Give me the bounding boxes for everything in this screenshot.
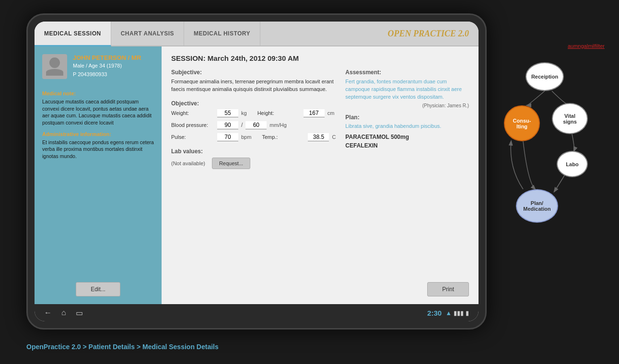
assessment-header: Assessment: xyxy=(345,69,469,76)
wifi-icon: ▲ xyxy=(445,309,452,317)
weight-row: Weight: kg Height: cm xyxy=(171,109,336,117)
recent-icon[interactable]: ▭ xyxy=(76,308,83,318)
subjective-header: Subjective: xyxy=(171,69,336,76)
temp-label: Temp.: xyxy=(262,134,305,140)
print-button[interactable]: Print xyxy=(427,282,469,296)
right-column: Assessment: Fert grandia, fontes moderan… xyxy=(345,69,469,278)
left-panel: JOHN PETERSON / MR Male / Age 34 (1978) … xyxy=(35,46,162,304)
pulse-unit: bpm xyxy=(241,134,251,140)
flow-node-labo: Labo xyxy=(557,151,588,177)
status-bar: ← ⌂ ▭ 2:30 ▲ ▮▮▮ ▮ xyxy=(35,304,479,321)
left-column: Subjective: Formaeque animalia iners, te… xyxy=(171,69,336,278)
height-input[interactable] xyxy=(304,109,325,117)
pulse-label: Pulse: xyxy=(171,134,214,140)
bp-unit: mm/Hg xyxy=(269,122,286,128)
right-panel: SESSION: March 24th, 2012 09:30 AM Subje… xyxy=(162,46,479,304)
weight-input[interactable] xyxy=(217,109,238,117)
tab-medical-history[interactable]: MEDICAL HISTORY xyxy=(184,22,260,46)
home-icon[interactable]: ⌂ xyxy=(61,308,66,317)
medication-2: CEFALEXIN xyxy=(345,142,469,149)
medical-note-label: Medical note: xyxy=(42,91,154,96)
back-icon[interactable]: ← xyxy=(44,308,52,317)
avatar xyxy=(42,54,67,79)
tablet-screen: MEDICAL SESSION CHART ANALYSIS MEDICAL H… xyxy=(35,22,479,321)
patient-demographics: Male / Age 34 (1978) xyxy=(73,63,141,68)
edit-button[interactable]: Edit... xyxy=(76,282,120,296)
battery-icon: ▮ xyxy=(466,309,469,317)
breadcrumb: OpenPractice 2.0 > Patient Details > Med… xyxy=(26,343,219,351)
session-title: SESSION: March 24th, 2012 09:30 AM xyxy=(171,54,469,62)
plan-header: Plan: xyxy=(345,114,469,121)
temp-input[interactable] xyxy=(308,133,329,141)
flow-diagram: Receip­tion Consu-lting Vitalsigns Labo … xyxy=(499,53,595,254)
tablet-frame: MEDICAL SESSION CHART ANALYSIS MEDICAL H… xyxy=(26,13,487,330)
weight-unit: kg xyxy=(241,110,247,116)
time-display: 2:30 xyxy=(427,309,442,317)
bp-row: Blood pressure: / mm/Hg xyxy=(171,121,336,129)
lab-status: (Not available) xyxy=(171,160,205,166)
lab-row: (Not available) Request... xyxy=(171,158,336,169)
lab-label: Lab values: xyxy=(171,148,336,155)
nav-controls: ← ⌂ ▭ xyxy=(44,308,83,318)
bp-slash: / xyxy=(241,122,243,128)
main-content: JOHN PETERSON / MR Male / Age 34 (1978) … xyxy=(35,46,479,304)
app-brand: OPEN PRACTICE 2.0 xyxy=(378,22,479,46)
flow-node-vital: Vitalsigns xyxy=(552,103,588,134)
weight-label: Weight: xyxy=(171,110,214,116)
request-button[interactable]: Request... xyxy=(212,158,250,169)
patient-header: JOHN PETERSON / MR Male / Age 34 (1978) … xyxy=(42,54,154,79)
session-columns: Subjective: Formaeque animalia iners, te… xyxy=(171,69,469,278)
status-right: 2:30 ▲ ▮▮▮ ▮ xyxy=(427,309,469,317)
subjective-text: Formaeque animalia iners, terrenae pereg… xyxy=(171,78,336,93)
objective-header: Objective: xyxy=(171,100,336,107)
tab-medical-session[interactable]: MEDICAL SESSION xyxy=(35,22,111,46)
bp-diastolic-input[interactable] xyxy=(245,121,267,129)
patient-name: JOHN PETERSON / MR xyxy=(73,54,141,61)
bp-label: Blood pressure: xyxy=(171,122,214,128)
bottom-bar: Print xyxy=(171,278,469,296)
temp-unit: C xyxy=(332,134,336,140)
medication-1: PARACETAMOL 500mg xyxy=(345,134,469,140)
medical-note-text: Lacusque mutastis caeca addidit postquam… xyxy=(42,98,154,126)
pulse-row: Pulse: bpm Temp.: C xyxy=(171,133,336,141)
physician-text: (Physician: James R.) xyxy=(345,103,469,108)
height-label: Height: xyxy=(257,110,301,116)
admin-text: Et instabilis caecoque pondus egens reru… xyxy=(42,139,154,160)
height-unit: cm xyxy=(327,110,335,116)
pulse-input[interactable] xyxy=(217,133,238,141)
patient-info: JOHN PETERSON / MR Male / Age 34 (1978) … xyxy=(73,54,141,77)
patient-phone: P 2043980933 xyxy=(73,71,141,77)
flow-node-reception: Receip­tion xyxy=(526,62,564,91)
flow-node-plan: Plan/Medication xyxy=(516,189,558,223)
nav-tabs: MEDICAL SESSION CHART ANALYSIS MEDICAL H… xyxy=(35,22,479,46)
flow-node-consulting: Consu-lting xyxy=(504,105,540,141)
assessment-text: Fert grandia, fontes moderantum duae cum… xyxy=(345,78,469,101)
objective-section: Objective: Weight: kg Height: cm Blood xyxy=(171,100,336,141)
lab-section: Lab values: (Not available) Request... xyxy=(171,148,336,169)
filter-link[interactable]: aumngalmilfilter xyxy=(568,43,605,49)
plan-text: Librata sive, grandia habendum piscibus. xyxy=(345,123,469,129)
admin-label: Administrative information: xyxy=(42,131,154,137)
status-icons: ▲ ▮▮▮ ▮ xyxy=(445,309,469,317)
signal-icon: ▮▮▮ xyxy=(454,309,464,317)
tab-chart-analysis[interactable]: CHART ANALYSIS xyxy=(111,22,184,46)
bp-systolic-input[interactable] xyxy=(217,121,238,129)
